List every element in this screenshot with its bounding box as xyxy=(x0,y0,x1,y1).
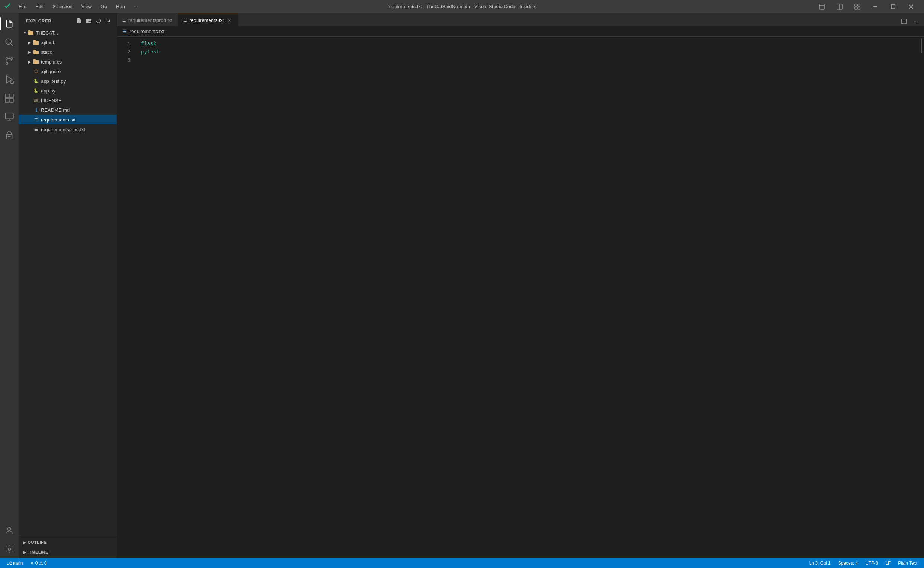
sidebar-actions xyxy=(75,17,112,25)
menu-view[interactable]: View xyxy=(78,2,95,11)
status-errors[interactable]: ✕ 0 ⚠ 0 xyxy=(28,560,49,566)
scrollbar[interactable] xyxy=(919,37,924,558)
tab-bar: ☰ requirementsprod.txt ☰ requirements.tx… xyxy=(117,13,924,26)
customize-layout-button[interactable] xyxy=(849,0,866,13)
new-file-button[interactable] xyxy=(75,17,83,25)
maximize-button[interactable] xyxy=(885,0,902,13)
svg-point-27 xyxy=(8,548,11,551)
github-label: .github xyxy=(41,40,117,45)
status-branch[interactable]: ⎇ main xyxy=(5,560,25,566)
menu-edit[interactable]: Edit xyxy=(32,2,47,11)
menu-run[interactable]: Run xyxy=(112,2,129,11)
file-requirements[interactable]: ▶ ☰ requirements.txt xyxy=(18,115,117,124)
line-numbers: 1 2 3 xyxy=(117,37,136,558)
sidebar: EXPLORER xyxy=(18,13,117,558)
svg-rect-23 xyxy=(10,98,14,102)
status-line-col[interactable]: Ln 3, Col 1 xyxy=(807,560,833,566)
svg-rect-9 xyxy=(891,5,895,9)
error-count: 0 xyxy=(35,560,38,566)
templates-label: templates xyxy=(41,59,117,65)
scrollbar-thumb xyxy=(921,38,922,53)
app-py-label: app.py xyxy=(41,88,117,94)
activity-run[interactable] xyxy=(0,70,18,89)
refresh-button[interactable] xyxy=(94,17,103,25)
svg-point-15 xyxy=(6,62,8,64)
activity-extensions[interactable] xyxy=(0,89,18,107)
tab-actions: ··· xyxy=(899,16,924,26)
folder-github[interactable]: ▶ .github xyxy=(18,38,117,47)
svg-rect-20 xyxy=(5,94,9,98)
close-button[interactable] xyxy=(903,0,919,13)
status-spaces[interactable]: Spaces: 4 xyxy=(836,560,860,566)
more-actions-button[interactable]: ··· xyxy=(910,16,921,26)
svg-line-13 xyxy=(11,44,13,46)
file-license[interactable]: ▶ ⚖ LICENSE xyxy=(18,95,117,105)
tab-requirementsprod[interactable]: ☰ requirementsprod.txt xyxy=(117,14,178,26)
menu-go[interactable]: Go xyxy=(97,2,111,11)
menu-file[interactable]: File xyxy=(15,2,30,11)
breadcrumb-filename[interactable]: requirements.txt xyxy=(130,29,164,34)
file-readme[interactable]: ▶ ℹ README.md xyxy=(18,105,117,115)
status-encoding[interactable]: UTF-8 xyxy=(863,560,880,566)
sidebar-header: EXPLORER xyxy=(18,13,117,28)
activity-settings[interactable] xyxy=(0,540,18,558)
status-eol[interactable]: LF xyxy=(883,560,893,566)
editor-content[interactable]: 1 2 3 flask pytest xyxy=(117,37,924,558)
file-app-py[interactable]: ▶ 🐍 app.py xyxy=(18,86,117,95)
file-gitignore[interactable]: ▶ ⬡ .gitignore xyxy=(18,66,117,76)
templates-folder-icon xyxy=(33,58,39,65)
tab-close-button[interactable]: × xyxy=(226,17,233,24)
svg-rect-0 xyxy=(819,4,824,9)
collapse-all-button[interactable] xyxy=(104,17,112,25)
menu-bar: File Edit Selection View Go Run ··· xyxy=(15,2,142,11)
requirementsprod-icon: ☰ xyxy=(33,126,39,133)
requirements-label: requirements.txt xyxy=(41,117,117,122)
window-controls xyxy=(813,0,919,13)
folder-templates[interactable]: ▶ templates xyxy=(18,57,117,66)
svg-rect-7 xyxy=(858,7,860,9)
minimize-button[interactable] xyxy=(867,0,884,13)
app-test-icon: 🐍 xyxy=(33,78,39,84)
error-icon: ✕ xyxy=(30,560,35,566)
activity-explorer[interactable] xyxy=(0,15,18,33)
code-area[interactable]: flask pytest xyxy=(136,37,919,558)
file-tree: ▾ THECAT... ▶ .github xyxy=(18,28,117,536)
split-editor-right-button[interactable] xyxy=(899,16,909,26)
root-folder[interactable]: ▾ THECAT... xyxy=(18,28,117,38)
outline-section[interactable]: ▶ OUTLINE xyxy=(18,538,117,547)
timeline-section[interactable]: ▶ TIMELINE xyxy=(18,547,117,557)
github-arrow: ▶ xyxy=(27,39,33,45)
new-folder-button[interactable] xyxy=(85,17,93,25)
layout-panel-button[interactable] xyxy=(813,0,830,13)
activity-testing[interactable] xyxy=(0,126,18,145)
svg-rect-6 xyxy=(855,7,857,9)
tab-requirements[interactable]: ☰ requirements.txt × xyxy=(178,14,238,26)
activity-search[interactable] xyxy=(0,33,18,51)
line-num-1: 1 xyxy=(117,40,130,48)
status-language[interactable]: Plain Text xyxy=(896,560,919,566)
file-app-test[interactable]: ▶ 🐍 app_test.py xyxy=(18,76,117,86)
menu-selection[interactable]: Selection xyxy=(49,2,76,11)
static-label: static xyxy=(41,50,117,55)
menu-more[interactable]: ··· xyxy=(130,2,142,11)
line-num-3: 3 xyxy=(117,56,130,64)
breadcrumb-icon: ☰ xyxy=(122,29,127,34)
code-line-1: flask xyxy=(141,40,919,48)
folder-static[interactable]: ▶ static xyxy=(18,47,117,57)
split-editor-button[interactable] xyxy=(831,0,848,13)
outline-label: OUTLINE xyxy=(28,540,47,545)
app-test-label: app_test.py xyxy=(41,79,117,84)
svg-rect-5 xyxy=(858,4,860,6)
gitignore-label: .gitignore xyxy=(41,69,117,74)
root-folder-icon xyxy=(27,29,34,36)
templates-arrow: ▶ xyxy=(27,59,33,65)
svg-point-14 xyxy=(6,57,8,59)
window-title: requirements.txt - TheCatSaidNo-main - V… xyxy=(387,4,536,9)
svg-marker-17 xyxy=(6,76,12,83)
activity-remote[interactable] xyxy=(0,107,18,126)
activity-accounts[interactable] xyxy=(0,521,18,540)
file-requirementsprod[interactable]: ▶ ☰ requirementsprod.txt xyxy=(18,124,117,134)
activity-source-control[interactable] xyxy=(0,51,18,70)
warning-count: 0 xyxy=(44,560,47,566)
code-line-2: pytest xyxy=(141,48,919,56)
